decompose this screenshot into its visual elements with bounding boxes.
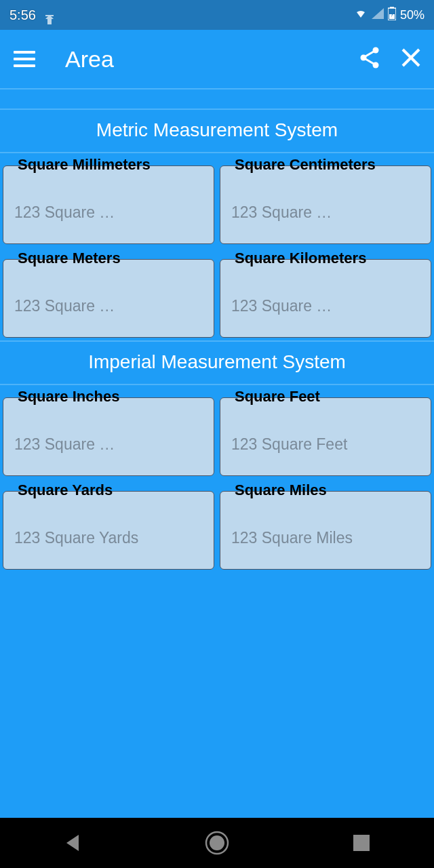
app-bar: Area	[0, 30, 434, 90]
svg-line-6	[366, 52, 374, 56]
field-label: Square Kilometers	[232, 250, 369, 267]
input-square-miles[interactable]	[220, 491, 431, 570]
field-label: Square Meters	[15, 250, 123, 267]
imperial-grid: Square Inches Square Feet Square Yards S…	[0, 385, 434, 572]
close-icon[interactable]	[401, 47, 420, 71]
svg-line-7	[366, 59, 374, 64]
input-square-inches[interactable]	[3, 397, 214, 476]
home-button[interactable]	[176, 831, 258, 855]
input-square-meters[interactable]	[3, 259, 214, 338]
wifi-icon	[354, 8, 368, 22]
battery-percentage: 50%	[400, 8, 425, 22]
field-label: Square Inches	[15, 388, 122, 406]
metric-grid: Square Millimeters Square Centimeters Sq…	[0, 153, 434, 340]
battery-icon	[388, 7, 396, 24]
field-square-yards: Square Yards	[3, 481, 214, 570]
status-time: 5:56	[9, 7, 36, 23]
svg-rect-12	[353, 835, 370, 851]
field-label: Square Yards	[15, 481, 115, 499]
input-square-feet[interactable]	[220, 397, 431, 476]
field-square-miles: Square Miles	[220, 481, 431, 570]
recent-button[interactable]	[321, 835, 402, 851]
status-bar: 5:56 50%	[0, 0, 434, 30]
field-label: Square Miles	[232, 481, 330, 499]
svg-point-11	[210, 835, 224, 850]
field-square-feet: Square Feet	[220, 388, 431, 476]
back-button[interactable]	[32, 833, 113, 852]
field-label: Square Millimeters	[15, 156, 153, 174]
field-square-kilometers: Square Kilometers	[220, 250, 431, 338]
field-label: Square Feet	[232, 388, 323, 406]
signal-icon	[372, 8, 384, 22]
input-square-kilometers[interactable]	[220, 259, 431, 338]
navigation-bar	[0, 818, 434, 868]
field-label: Square Centimeters	[232, 156, 378, 174]
input-square-yards[interactable]	[3, 491, 214, 570]
field-square-meters: Square Meters	[3, 250, 214, 338]
input-square-centimeters[interactable]	[220, 165, 431, 244]
field-square-millimeters: Square Millimeters	[3, 156, 214, 244]
divider	[0, 90, 434, 110]
input-square-millimeters[interactable]	[3, 165, 214, 244]
section-header-metric: Metric Measurement System	[0, 110, 434, 153]
page-title: Area	[65, 46, 359, 73]
share-icon[interactable]	[359, 47, 380, 71]
menu-icon[interactable]	[14, 51, 35, 67]
field-square-centimeters: Square Centimeters	[220, 156, 431, 244]
section-header-imperial: Imperial Measurement System	[0, 340, 434, 385]
field-square-inches: Square Inches	[3, 388, 214, 476]
